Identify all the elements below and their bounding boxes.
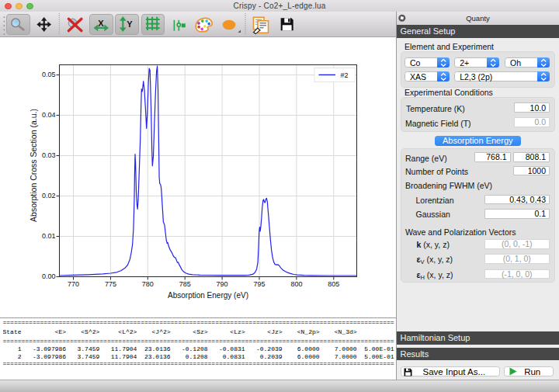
svg-text:Y: Y [127, 19, 133, 29]
svg-text:0.03: 0.03 [42, 151, 56, 159]
svg-text:Absorption Cross Section (a.u.: Absorption Cross Section (a.u.) [29, 109, 38, 222]
svg-text:785: 785 [179, 280, 191, 288]
svg-text:X: X [98, 19, 104, 28]
svg-text:0.05: 0.05 [42, 71, 56, 78]
svg-text:#2: #2 [341, 71, 349, 79]
svg-text:770: 770 [68, 280, 79, 288]
svg-text:800: 800 [290, 280, 302, 288]
svg-text:0.01: 0.01 [42, 232, 56, 240]
svg-text:0.04: 0.04 [42, 111, 56, 119]
svg-text:790: 790 [217, 280, 228, 288]
svg-text:805: 805 [328, 280, 339, 288]
svg-text:Absorption Energy (eV): Absorption Energy (eV) [168, 291, 248, 300]
svg-text:0.02: 0.02 [42, 192, 56, 199]
svg-text:780: 780 [142, 280, 154, 288]
svg-text:0.00: 0.00 [42, 272, 56, 280]
svg-text:795: 795 [253, 280, 265, 288]
svg-text:775: 775 [105, 280, 116, 288]
